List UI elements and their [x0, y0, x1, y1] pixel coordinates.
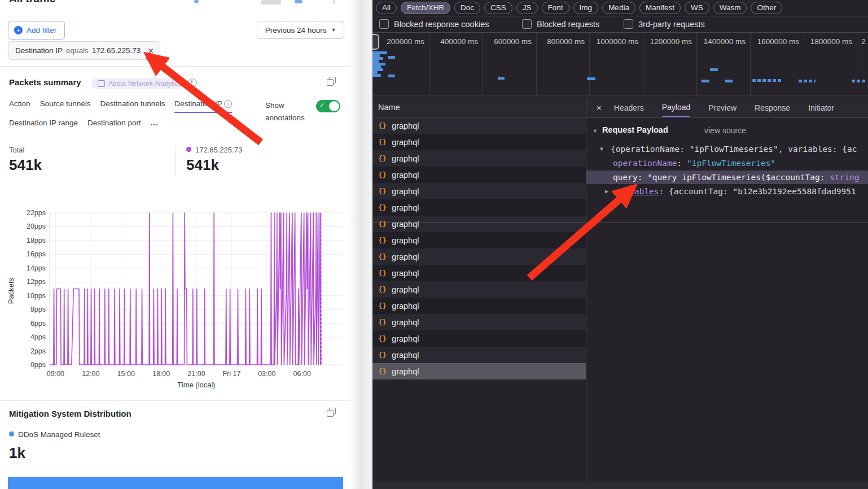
- filter-pill-js[interactable]: JS: [516, 2, 538, 14]
- json-braces-icon: {}: [378, 367, 387, 376]
- devtools-panel: AllFetch/XHRDocCSSJSFontImgMediaManifest…: [372, 0, 868, 489]
- summary-tab-source-tunnels[interactable]: Source tunnels: [40, 99, 91, 112]
- summary-tab-destination-port[interactable]: Destination port: [87, 119, 141, 131]
- payload-value: "query ipFlowTimeseries($accountTag:: [647, 173, 830, 182]
- request-row[interactable]: {}graphql: [372, 216, 586, 232]
- about-network-analytics-badge[interactable]: About Network Analytics: [91, 78, 187, 89]
- payload-line[interactable]: query: "query ipFlowTimeseries($accountT…: [586, 171, 868, 184]
- payload-line[interactable]: ▼{operationName: "ipFlowTimeseries", var…: [586, 142, 868, 156]
- timeline-tick-label: 400000 ms: [440, 37, 478, 46]
- svg-text:12:00: 12:00: [82, 370, 99, 378]
- request-timing-bar[interactable]: [702, 80, 709, 82]
- detail-tab-response[interactable]: Response: [755, 99, 790, 116]
- request-row[interactable]: {}graphql: [372, 298, 586, 314]
- filter-pill-media[interactable]: Media: [602, 2, 635, 14]
- payload-line-text: query: "query ipFlowTimeseries($accountT…: [613, 171, 860, 184]
- network-overview-timeline[interactable]: 200000 ms400000 ms600000 ms800000 ms1000…: [372, 33, 868, 95]
- close-icon[interactable]: ×: [597, 103, 602, 112]
- filter-pill-other[interactable]: Other: [751, 2, 782, 14]
- detail-tab-initiator[interactable]: Initiator: [808, 99, 834, 116]
- request-timing-bar[interactable]: [852, 80, 867, 82]
- summary-tab-destination-ip[interactable]: Destination IPi: [174, 99, 232, 113]
- detail-tab-headers[interactable]: Headers: [614, 99, 644, 116]
- checkbox-3rd-party-requests[interactable]: [624, 19, 633, 29]
- summary-tab--[interactable]: ...: [151, 119, 159, 131]
- about-badge-label: About Network Analytics: [108, 80, 181, 88]
- detail-tab-preview[interactable]: Preview: [708, 99, 737, 116]
- filter-pill-all[interactable]: All: [376, 2, 397, 14]
- checkbox-blocked-response-cookies[interactable]: [379, 19, 389, 29]
- time-range-dropdown[interactable]: Previous 24 hours ▼: [257, 21, 344, 39]
- payload-line[interactable]: ▶variables: {accountTag: "b12e3b2192ee55…: [586, 185, 868, 198]
- add-filter-button[interactable]: + Add filter: [8, 21, 65, 40]
- show-annotations-label: Show annotations: [265, 99, 310, 124]
- request-timing-bar[interactable]: [725, 80, 733, 82]
- show-annotations-toggle[interactable]: ✓: [316, 100, 340, 112]
- scrollbar-thumb[interactable]: [372, 34, 379, 50]
- legend-dot: [186, 147, 191, 152]
- expand-card-icon[interactable]: [327, 77, 335, 85]
- request-timing-bar[interactable]: [388, 56, 395, 59]
- page-title: All traffic: [9, 0, 55, 5]
- name-column-header[interactable]: Name: [372, 97, 586, 117]
- request-timing-bar[interactable]: [587, 77, 595, 80]
- svg-text:16pps: 16pps: [27, 250, 46, 258]
- filter-pill-font[interactable]: Font: [542, 2, 569, 14]
- request-timing-bar[interactable]: [388, 75, 395, 77]
- section-divider: [0, 66, 351, 67]
- payload-line[interactable]: operationName: "ipFlowTimeseries": [586, 156, 868, 170]
- request-timing-bar[interactable]: [372, 74, 381, 77]
- request-row[interactable]: {}graphql: [372, 199, 586, 216]
- filter-pill-manifest[interactable]: Manifest: [639, 2, 681, 14]
- request-timing-bar[interactable]: [710, 68, 718, 71]
- request-row[interactable]: {}graphql: [372, 265, 586, 281]
- close-icon[interactable]: ✕: [147, 46, 154, 55]
- triangle-right-icon[interactable]: ▶: [605, 185, 608, 198]
- request-row[interactable]: {}graphql: [372, 314, 586, 330]
- summary-tab-action[interactable]: Action: [9, 99, 30, 112]
- analytics-dashboard-panel: All traffic + Add filter Previous 24 hou…: [0, 0, 351, 489]
- filter-chip[interactable]: Destination IP equals 172.65.225.73 ✕: [8, 41, 160, 60]
- request-name: graphql: [392, 285, 419, 294]
- filter-chip-field: Destination IP: [15, 46, 63, 55]
- filter-pill-ws[interactable]: WS: [685, 2, 709, 14]
- filter-pill-doc[interactable]: Doc: [454, 2, 480, 14]
- clipped-control: [333, 0, 335, 4]
- request-payload-section[interactable]: ▼Request Payload: [593, 125, 668, 134]
- filter-pill-img[interactable]: Img: [573, 2, 599, 14]
- request-row[interactable]: {}graphql: [372, 347, 586, 363]
- request-row[interactable]: {}graphql: [372, 134, 586, 150]
- summary-tab-destination-tunnels[interactable]: Destination tunnels: [100, 99, 165, 112]
- filter-pill-css[interactable]: CSS: [484, 2, 512, 14]
- expand-card-icon[interactable]: [327, 408, 335, 416]
- json-braces-icon: {}: [378, 203, 387, 212]
- json-braces-icon: {}: [378, 302, 387, 310]
- request-name: graphql: [392, 236, 419, 245]
- request-type-filter-bar: AllFetch/XHRDocCSSJSFontImgMediaManifest…: [376, 2, 782, 14]
- request-row[interactable]: {}graphql: [372, 167, 586, 183]
- request-row[interactable]: {}graphql: [372, 330, 586, 347]
- request-row[interactable]: {}graphql: [372, 117, 586, 134]
- request-row[interactable]: {}graphql: [372, 248, 586, 265]
- filter-pill-wasm[interactable]: Wasm: [713, 2, 747, 14]
- request-timing-bar[interactable]: [799, 80, 816, 82]
- request-row[interactable]: {}graphql: [372, 183, 586, 199]
- clipped-control: [295, 0, 303, 3]
- mitigation-bar: [8, 477, 343, 489]
- request-timing-bar[interactable]: [752, 79, 782, 82]
- request-row[interactable]: {}graphql: [372, 281, 586, 298]
- request-name: graphql: [392, 138, 419, 147]
- filter-pill-fetch-xhr[interactable]: Fetch/XHR: [401, 2, 450, 14]
- payload-line-text: variables: {accountTag: "b12e3b2192ee558…: [615, 185, 856, 198]
- triangle-down-icon[interactable]: ▼: [600, 142, 603, 156]
- detail-tab-payload[interactable]: Payload: [662, 98, 691, 117]
- svg-text:06:00: 06:00: [293, 370, 311, 378]
- request-timing-bar[interactable]: [498, 77, 505, 80]
- view-source-link[interactable]: view source: [704, 126, 746, 135]
- summary-tab-destination-ip-range[interactable]: Destination IP range: [9, 119, 78, 131]
- clipped-control: [194, 0, 199, 3]
- checkbox-blocked-requests[interactable]: [522, 19, 532, 29]
- request-row[interactable]: {}graphql: [372, 150, 586, 167]
- request-row-selected[interactable]: {}graphql: [372, 363, 586, 379]
- request-row[interactable]: {}graphql: [372, 232, 586, 248]
